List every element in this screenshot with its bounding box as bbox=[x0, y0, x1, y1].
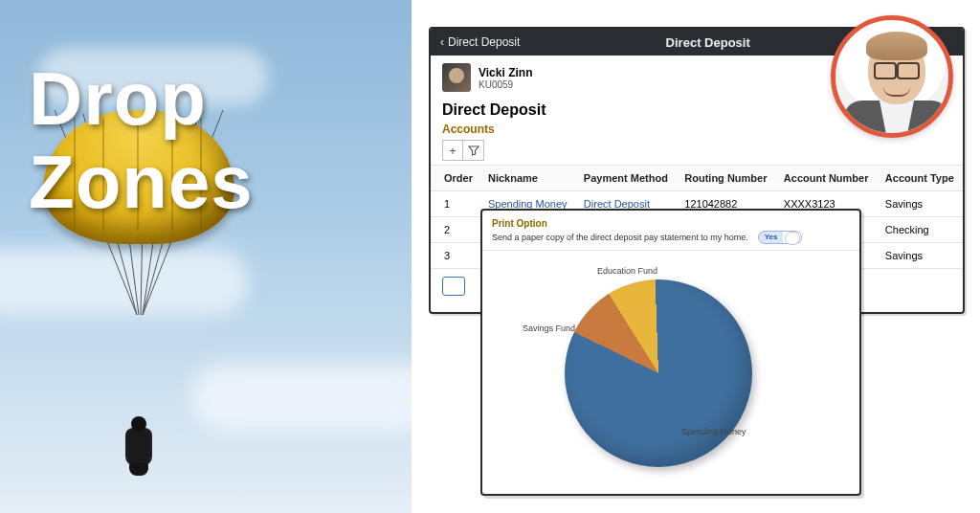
cell-type: Savings bbox=[878, 191, 963, 217]
user-id: KU0059 bbox=[479, 79, 532, 90]
allocation-pie-chart bbox=[565, 279, 752, 467]
parachutist bbox=[125, 428, 152, 466]
paper-copy-toggle[interactable]: Yes bbox=[758, 231, 802, 244]
cell-type: Savings bbox=[878, 243, 963, 269]
footer-button[interactable] bbox=[442, 277, 465, 296]
table-toolbar: + bbox=[431, 140, 963, 165]
filter-button[interactable] bbox=[463, 140, 484, 161]
hero-title-line2: Zones bbox=[29, 141, 254, 224]
toggle-label: Yes bbox=[765, 233, 778, 241]
col-routing[interactable]: Routing Number bbox=[677, 166, 776, 191]
cell-order: 2 bbox=[431, 217, 480, 243]
print-option-text: Send a paper copy of the direct deposit … bbox=[492, 233, 748, 242]
hero-title-line1: Drop bbox=[29, 57, 254, 141]
cell-order: 3 bbox=[431, 243, 480, 269]
col-account[interactable]: Account Number bbox=[776, 166, 878, 191]
pie-chart-area: Education Fund Savings Fund Spending Mon… bbox=[482, 255, 859, 484]
filter-icon bbox=[468, 145, 479, 156]
print-option-window: Print Option Send a paper copy of the di… bbox=[480, 209, 861, 496]
table-header-row: Order Nickname Payment Method Routing Nu… bbox=[431, 166, 963, 191]
col-order[interactable]: Order bbox=[431, 166, 480, 191]
glasses-icon bbox=[874, 62, 920, 76]
presenter-avatar bbox=[831, 15, 953, 138]
hero-panel: Drop Zones bbox=[0, 0, 412, 513]
divider bbox=[482, 250, 859, 251]
col-type[interactable]: Account Type bbox=[878, 166, 963, 191]
cell-type: Checking bbox=[878, 217, 963, 243]
pie-label-education: Education Fund bbox=[597, 266, 657, 276]
pie-label-savings: Savings Fund bbox=[523, 323, 575, 333]
col-nickname[interactable]: Nickname bbox=[480, 166, 576, 191]
pie-label-spending: Spending Money bbox=[681, 427, 746, 436]
print-option-heading: Print Option bbox=[482, 211, 859, 231]
col-payment-method[interactable]: Payment Method bbox=[576, 166, 677, 191]
cell-order: 1 bbox=[431, 191, 480, 217]
avatar bbox=[442, 63, 471, 92]
add-button[interactable]: + bbox=[442, 140, 463, 161]
user-name: Vicki Zinn bbox=[479, 66, 532, 79]
hero-title: Drop Zones bbox=[29, 57, 254, 225]
chevron-left-icon: ‹ bbox=[440, 35, 444, 49]
